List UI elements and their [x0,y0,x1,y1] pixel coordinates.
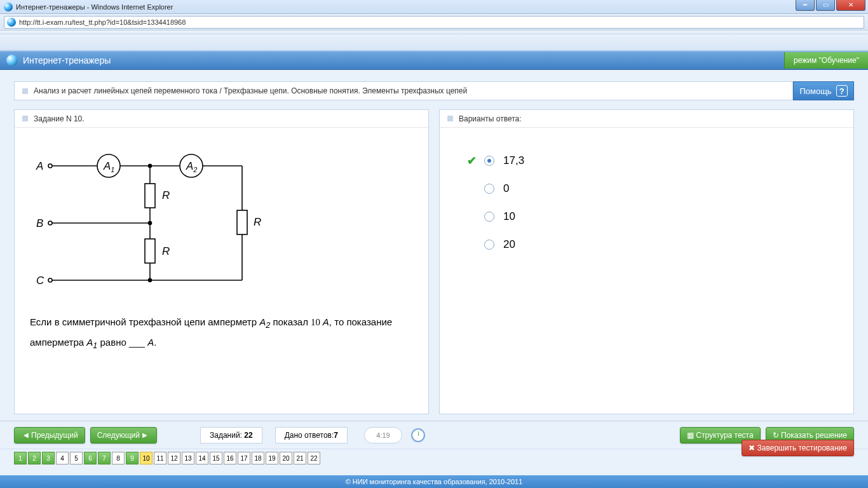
page-button[interactable]: 11 [154,452,166,464]
page-button[interactable]: 21 [294,452,306,464]
square-icon [22,88,28,94]
page-button[interactable]: 5 [70,452,83,464]
tasks-counter: Заданий: 22 [200,427,262,444]
window-controls: ━ ▭ ✕ [794,0,865,11]
answer-option[interactable]: 10 [459,203,834,231]
svg-text:C: C [36,274,44,287]
answer-option[interactable]: ✔17,3 [459,147,834,175]
window-titlebar: Интернет-тренажеры - Windows Internet Ex… [0,0,868,14]
panels: Задание N 10. [14,109,854,414]
svg-point-15 [48,278,52,282]
radio[interactable] [484,212,494,222]
content-area: Анализ и расчет линейных цепей переменно… [0,70,868,421]
svg-text:R: R [162,189,170,201]
address-bar[interactable]: http://tt.i-exam.ru/test_tt.php?id=10&ts… [4,16,864,29]
answer-option[interactable]: 20 [459,231,834,259]
task-body: A B C A1 A2 R R R Если в симметричной тр… [15,128,428,414]
task-number: Задание N 10. [34,114,85,123]
svg-text:A: A [36,160,43,172]
page-button[interactable]: 17 [238,452,250,464]
footer: ◀Предыдущий Следующий▶ Заданий: 22 Дано … [0,421,868,475]
triangle-right-icon: ▶ [142,431,147,438]
answers-title: Варианты ответа: [459,114,522,123]
answers-body: ✔17,301020 [440,128,853,414]
svg-text:R: R [254,216,261,228]
page-button[interactable]: 6 [84,452,97,464]
radio[interactable] [484,184,494,194]
svg-rect-6 [145,239,155,263]
circuit-diagram: A B C A1 A2 R R R [32,147,261,293]
regime-badge: режим "Обучение" [784,52,868,69]
answer-option[interactable]: 0 [459,175,834,203]
next-button[interactable]: Следующий▶ [90,427,157,444]
page-button[interactable]: 22 [308,452,320,464]
svg-rect-13 [237,210,247,234]
page-button[interactable]: 9 [126,452,139,464]
app-title: Интернет-тренажеры [23,55,111,65]
page-button[interactable]: 1 [14,452,27,464]
square-icon [22,116,28,121]
page-button[interactable]: 16 [224,452,236,464]
toolbar-band [0,34,868,51]
address-bar-row: http://tt.i-exam.ru/test_tt.php?id=10&ts… [0,14,868,30]
page-button[interactable]: 8 [112,452,125,464]
breadcrumb: Анализ и расчет линейных цепей переменно… [14,81,793,100]
page-button[interactable]: 12 [168,452,180,464]
finish-button[interactable]: ✖ Завершить тестирование [742,440,854,456]
page-button[interactable]: 13 [182,452,194,464]
radio[interactable] [484,240,494,250]
timer: 4:19 [364,427,402,444]
svg-point-8 [48,221,52,225]
breadcrumb-text: Анализ и расчет линейных цепей переменно… [34,86,467,95]
page-button[interactable]: 10 [140,452,153,464]
close-button[interactable]: ✕ [836,0,865,11]
globe-icon [6,55,18,66]
ie-icon [4,3,13,11]
svg-rect-5 [145,184,155,208]
next-label: Следующий [97,431,140,440]
page-button[interactable]: 4 [56,452,69,464]
app-title-bar: Интернет-тренажеры режим "Обучение" [0,51,868,70]
breadcrumb-bar: Анализ и расчет линейных цепей переменно… [14,81,854,100]
answer-label: 17,3 [503,154,524,167]
square-icon [447,116,453,121]
answer-label: 20 [503,238,515,251]
page-button[interactable]: 2 [28,452,41,464]
nav-row: ◀Предыдущий Следующий▶ Заданий: 22 Дано … [0,421,868,449]
answered-counter: Дано ответов:7 [275,427,348,444]
question-text: Если в симметричной трехфазной цепи ампе… [30,313,413,354]
page-button[interactable]: 18 [252,452,264,464]
maximize-button[interactable]: ▭ [816,0,835,11]
page-button[interactable]: 14 [196,452,208,464]
page-button[interactable]: 20 [280,452,292,464]
svg-text:B: B [36,217,43,229]
check-icon: ✔ [459,154,484,168]
help-icon: ? [836,85,848,97]
answer-label: 10 [503,210,515,223]
answers-header: Варианты ответа: [440,110,853,128]
prev-label: Предыдущий [31,431,78,440]
answer-label: 0 [503,182,509,195]
svg-point-10 [149,165,152,168]
ie-icon [7,18,16,27]
svg-point-9 [149,222,152,225]
triangle-left-icon: ◀ [24,431,29,438]
radio[interactable] [484,156,494,166]
svg-text:R: R [162,245,170,257]
page-button[interactable]: 3 [42,452,55,464]
window-title: Интернет-тренажеры - Windows Internet Ex… [16,3,173,11]
pager: 12345678910111213141516171819202122 [0,449,868,467]
answers-panel: Варианты ответа: ✔17,301020 [439,109,854,414]
task-panel: Задание N 10. [14,109,429,414]
task-header: Задание N 10. [15,110,428,128]
url-text: http://tt.i-exam.ru/test_tt.php?id=10&ts… [19,18,186,26]
copyright: © НИИ мониторинга качества образования, … [0,475,868,488]
page-button[interactable]: 15 [210,452,222,464]
page-button[interactable]: 19 [266,452,278,464]
help-label: Помощь [799,86,831,96]
help-button[interactable]: Помощь ? [793,81,854,100]
page-button[interactable]: 7 [98,452,111,464]
minimize-button[interactable]: ━ [796,0,815,11]
prev-button[interactable]: ◀Предыдущий [14,427,85,444]
svg-point-1 [48,164,52,168]
